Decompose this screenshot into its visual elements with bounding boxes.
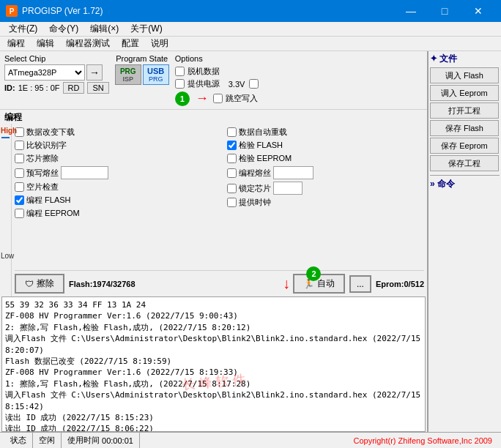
btn-open-project[interactable]: 打开工程	[430, 102, 499, 119]
top-controls: Select Chip ATmega328P → ID: 1E : 95 : 0…	[0, 51, 427, 110]
status-space-segment: 空闲	[33, 433, 62, 448]
right-panel: ✦ 文件 调入 Flash 调入 Eeprom 打开工程 保存 Flash 保存…	[428, 51, 501, 432]
prog-header: 编程	[0, 110, 427, 124]
app-icon: P	[6, 5, 18, 17]
arrow-icon-1: →	[196, 91, 209, 106]
low-label: Low	[1, 252, 14, 260]
erase-icon: 🛡	[25, 279, 34, 289]
log-line-2: 2: 擦除,写 Flash,检验 Flash,成功, (2022/7/15 8:…	[5, 322, 422, 333]
check-label-3: 预写熔丝	[26, 168, 59, 179]
rcheck-label-0: 数据自动重载	[239, 127, 287, 138]
minimize-button[interactable]: —	[394, 0, 428, 22]
rcheck-2[interactable]	[227, 154, 237, 163]
option-label-0: 脱机数据	[188, 66, 220, 77]
rcheck-label-1: 检验 FLASH	[239, 140, 283, 151]
toolbar-config[interactable]: 配置	[117, 37, 144, 51]
rcheck-row-4: 锁定芯片 0xFF	[227, 182, 425, 195]
toolbar-bar: 编程 编辑 编程器测试 配置 说明	[0, 37, 501, 51]
level-indicator	[1, 137, 10, 138]
menu-about[interactable]: 关于(W)	[125, 21, 168, 37]
high-label: High	[1, 127, 17, 135]
rcheck-label-3: 编程熔丝	[239, 168, 271, 179]
toolbar-help[interactable]: 说明	[146, 37, 173, 51]
usb-sub-label: PRG	[149, 75, 163, 83]
flash-info: Flash:1974/32768	[69, 280, 136, 288]
check-row-2: 芯片擦除	[15, 153, 212, 164]
check-row-0: 数据改变下载	[15, 127, 212, 138]
title-bar: P PROGISP (Ver 1.72) — □ ✕	[0, 0, 501, 22]
status-bar: 状态 空闲 使用时间 00:00:01 Copyright(r) Zhifeng…	[0, 432, 501, 448]
fuse-input[interactable]: 0xFFD962	[61, 166, 108, 179]
rcheck-row-1: 检验 FLASH	[227, 140, 425, 151]
log-line-6: 1: 擦除,写 Flash,检验 Flash,成功, (2022/7/15 8:…	[5, 378, 422, 389]
menu-cmd[interactable]: 命令(Y)	[43, 21, 84, 37]
rcheck-4[interactable]	[227, 184, 237, 193]
toolbar-test[interactable]: 编程器测试	[62, 37, 114, 51]
badge-1: 1	[175, 92, 190, 106]
more-button[interactable]: ...	[349, 275, 371, 293]
chip-select[interactable]: ATmega328P	[4, 64, 85, 81]
prg-box: PRG ISP	[115, 64, 141, 85]
option-check-1[interactable]	[175, 79, 185, 89]
prog-cols: 数据改变下载 比较识别字 芯片擦除	[15, 127, 424, 267]
status-label: 状态	[10, 435, 26, 446]
status-space: 空闲	[39, 435, 55, 446]
rcheck-3[interactable]	[227, 168, 237, 178]
auto-btn-group: 2 ↓ 🏃 自动	[283, 274, 345, 294]
main-area: Select Chip ATmega328P → ID: 1E : 95 : 0…	[0, 51, 501, 432]
jump-check[interactable]	[213, 94, 223, 103]
select-chip-group: Select Chip ATmega328P → ID: 1E : 95 : 0…	[4, 54, 109, 94]
check-label-5: 编程 FLASH	[26, 195, 71, 206]
option-check-0[interactable]	[175, 67, 185, 76]
right-cmd-title: » 命令	[430, 178, 500, 190]
check-row-4: 空片检查	[15, 182, 212, 193]
check-row-3: 预写熔丝 0xFFD962	[15, 166, 212, 179]
check-4[interactable]	[15, 182, 24, 192]
check-1[interactable]	[15, 141, 24, 150]
log-area[interactable]: 55 39 32 36 33 34 FF 13 1A 24 ZF-008 HV …	[1, 296, 426, 432]
close-button[interactable]: ✕	[461, 0, 495, 22]
check-row-5: 编程 FLASH	[15, 195, 212, 206]
check-6[interactable]	[15, 209, 24, 218]
sn-button[interactable]: SN	[87, 82, 108, 94]
check-label-0: 数据改变下载	[26, 127, 75, 138]
menu-file[interactable]: 文件(Z)	[3, 21, 43, 37]
btn-save-project[interactable]: 保存工程	[430, 155, 499, 171]
rcheck-0[interactable]	[227, 127, 237, 137]
menu-bar: 文件(Z) 命令(Y) 编辑(×) 关于(W)	[0, 22, 501, 37]
chip-arrow-button[interactable]: →	[86, 64, 103, 81]
eprom-info: Eprom:0/512	[376, 280, 424, 288]
programming-wrapper: 编程 High Low 数据改变下载	[0, 110, 427, 432]
log-line-3: 调入Flash 文件 C:\Users\Administrator\Deskto…	[5, 333, 422, 356]
rd-button[interactable]: RD	[63, 82, 85, 94]
toolbar-program[interactable]: 编程	[3, 37, 29, 51]
log-line-4: Flash 数据已改变 (2022/7/15 8:19:59)	[5, 356, 422, 367]
option-check-2[interactable]	[249, 79, 259, 89]
erase-button[interactable]: 🛡 擦除	[15, 274, 64, 294]
level-bar: High Low	[0, 124, 12, 296]
check-label-4: 空片检查	[26, 182, 59, 193]
programming-title: 编程	[4, 111, 22, 124]
left-panel: Select Chip ATmega328P → ID: 1E : 95 : 0…	[0, 51, 428, 432]
btn-save-eeprom[interactable]: 保存 Eeprom	[430, 138, 499, 154]
maximize-button[interactable]: □	[428, 0, 461, 22]
right-file-title: ✦ 文件	[430, 53, 500, 65]
rcheck-5[interactable]	[227, 198, 237, 207]
log-line-8: 读出 ID 成功 (2022/7/15 8:15:23)	[5, 412, 422, 423]
check-5[interactable]	[15, 195, 24, 205]
status-label-segment: 状态	[4, 433, 33, 448]
status-time-value: 00:00:01	[102, 436, 133, 445]
option-row-0: 脱机数据	[175, 66, 259, 77]
btn-save-flash[interactable]: 保存 Flash	[430, 120, 499, 136]
toolbar-edit[interactable]: 编辑	[32, 37, 59, 51]
check-3[interactable]	[15, 168, 24, 178]
usb-box: USB PRG	[143, 64, 169, 85]
check-2[interactable]	[15, 154, 24, 163]
fuse-input-r[interactable]: FFD962	[273, 166, 313, 179]
rcheck-1[interactable]	[227, 141, 237, 150]
lock-input[interactable]: 0xFF	[273, 182, 303, 195]
prog-col-right: 数据自动重载 检验 FLASH 检验 EEPROM	[212, 127, 425, 267]
btn-load-flash[interactable]: 调入 Flash	[430, 67, 499, 83]
btn-load-eeprom[interactable]: 调入 Eeprom	[430, 85, 499, 101]
menu-edit[interactable]: 编辑(×)	[84, 21, 125, 37]
